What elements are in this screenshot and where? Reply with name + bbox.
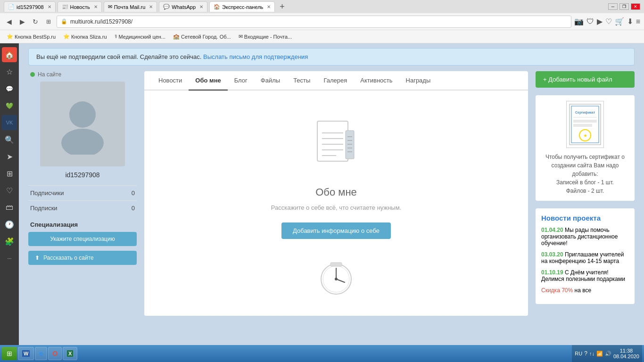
tab-news[interactable]: Новости (152, 71, 189, 90)
clock-time: 11:38 (613, 348, 639, 354)
profile-tabs: Новости Обо мне Блог Файлы Тесты Галерея… (144, 71, 528, 90)
subscriptions-label: Подписки (30, 205, 58, 212)
cert-main-text: Чтобы получить сертификат о создании сай… (545, 154, 625, 177)
tab-favicon: 🏠 (214, 4, 220, 10)
clock-illustration (308, 253, 364, 297)
tab-express[interactable]: 🏠 Экспресс-панель ✕ (209, 1, 275, 12)
notification-text: Вы ещё не подтвердили свой email. Сделай… (36, 53, 201, 60)
download-icon[interactable]: ⬇ (627, 17, 633, 26)
tab-files[interactable]: Файлы (254, 71, 287, 90)
tabs-container: 📄 id15297908 ✕ 📰 Новость ✕ ✉ Почта Mail.… (4, 1, 285, 12)
bm-label: Кнопка BestSp.ru (15, 34, 56, 40)
heart-icon[interactable]: ♡ (605, 17, 612, 26)
specialization-btn[interactable]: Укажите специализацию (28, 232, 137, 246)
bookmarks-bar: ⭐ Кнопка BestSp.ru ⭐ Кнопка Sliza.ru ⚕ М… (0, 30, 644, 43)
svg-point-18 (335, 278, 338, 280)
taskbar: ⊞ W e O X RU ? ↑↓ 📶 🔊 11:38 08.04.2020 (0, 345, 644, 362)
shield-icon[interactable]: 🛡 (586, 17, 594, 26)
sidebar-whatsapp[interactable]: 💚 (2, 98, 17, 113)
certificate-preview: Сертификат ★ (566, 101, 604, 148)
sidebar-more[interactable]: ··· (2, 251, 17, 266)
tab-tests[interactable]: Тесты (287, 71, 317, 90)
start-button[interactable]: ⊞ (2, 347, 17, 360)
sidebar-vk[interactable]: VK (2, 115, 17, 130)
bm-label: Входящие - Почта... (244, 34, 292, 40)
online-indicator (30, 72, 35, 77)
bookmark-mail[interactable]: ✉ Входящие - Почта... (236, 33, 295, 41)
news-item-promo: Скидка 70% на все (541, 287, 629, 294)
cert-item2: Файлов - 2 шт. (566, 188, 604, 194)
tab-close-btn[interactable]: ✕ (48, 4, 51, 9)
sidebar-clock[interactable]: 🕐 (2, 217, 17, 232)
excel-icon: X (67, 350, 73, 357)
restore-btn[interactable]: ❐ (619, 3, 629, 10)
tab-about[interactable]: Обо мне (189, 71, 227, 90)
sidebar-messenger[interactable]: 💬 (2, 81, 17, 96)
tab-awards[interactable]: Награды (399, 71, 438, 90)
add-file-btn[interactable]: + Добавить новый файл (536, 71, 635, 88)
tab-news[interactable]: 📰 Новость ✕ (58, 1, 102, 12)
sidebar-star[interactable]: ☆ (2, 64, 17, 79)
cart-icon[interactable]: 🛒 (615, 17, 624, 26)
camera-icon[interactable]: 📷 (574, 17, 584, 26)
tab-close-btn[interactable]: ✕ (199, 4, 203, 9)
confirm-email-link[interactable]: Выслать письмо для подтверждения (203, 53, 308, 60)
sidebar-extensions[interactable]: 🧩 (2, 234, 17, 249)
avatar-image (54, 93, 111, 155)
ie-icon: e (39, 350, 43, 357)
bm-icon: ⭐ (63, 33, 70, 40)
bookmark-bestsp[interactable]: ⭐ Кнопка BestSp.ru (4, 33, 58, 41)
news-section-title: Новости проекта (541, 214, 629, 222)
url-text: multiurok.ru/id15297908/ (70, 18, 132, 25)
tab-title: WhatsApp (172, 4, 196, 10)
svg-point-1 (61, 129, 104, 155)
tab-id15297908[interactable]: 📄 id15297908 ✕ (4, 1, 56, 12)
promo-text: Скидка 70% (541, 287, 573, 294)
new-tab-btn[interactable]: + (280, 2, 285, 12)
tab-mail[interactable]: ✉ Почта Mail.ru ✕ (104, 1, 157, 12)
taskbar-ie[interactable]: e (35, 347, 47, 360)
forward-btn[interactable]: ▶ (17, 16, 27, 27)
bm-icon: 🏫 (173, 33, 180, 40)
sidebar-favorites[interactable]: ♡ (2, 183, 17, 198)
bm-label: Кнопка Sliza.ru (71, 34, 107, 40)
tab-close-btn[interactable]: ✕ (149, 4, 153, 9)
bm-icon: ✉ (239, 33, 243, 40)
sidebar-home[interactable]: 🏠 (2, 47, 17, 62)
about-section: Обо мне Расскажите о себе всё, что счита… (144, 90, 528, 316)
taskbar-excel[interactable]: X (63, 347, 77, 360)
tab-whatsapp[interactable]: 💬 WhatsApp ✕ (159, 1, 207, 12)
address-bar[interactable]: 🔒 multiurok.ru/id15297908/ (57, 16, 571, 28)
taskbar-word[interactable]: W (18, 347, 34, 360)
minimize-btn[interactable]: ─ (608, 3, 618, 10)
sidebar-history[interactable]: 🗃 (2, 200, 17, 215)
tab-close-btn[interactable]: ✕ (94, 4, 98, 9)
sys-icon2: 📶 (596, 351, 603, 357)
tab-activity[interactable]: Активность (354, 71, 399, 90)
tab-gallery[interactable]: Галерея (317, 71, 354, 90)
taskbar-opera[interactable]: O (48, 347, 62, 360)
share-icon: ⬆ (35, 255, 40, 261)
reload-btn[interactable]: ↻ (30, 16, 41, 27)
close-btn[interactable]: ✕ (631, 3, 640, 10)
home-btn[interactable]: ⊞ (43, 16, 54, 27)
back-btn[interactable]: ◀ (4, 16, 14, 27)
tab-close-btn[interactable]: ✕ (267, 4, 271, 9)
share-btn[interactable]: ⬆ Рассказать о сайте (28, 251, 137, 265)
username: id15297908 (28, 171, 137, 179)
menu-icon[interactable]: ≡ (636, 17, 640, 26)
tab-blog[interactable]: Блог (228, 71, 254, 90)
bookmark-setevoy[interactable]: 🏫 Сетевой Город. Об... (170, 33, 234, 41)
add-info-btn[interactable]: Добавить информацию о себе (281, 222, 391, 239)
sidebar-search[interactable]: 🔍 (2, 132, 17, 147)
bookmark-sliza[interactable]: ⭐ Кнопка Sliza.ru (60, 33, 109, 41)
subscribers-label: Подписчики (30, 189, 64, 197)
bm-label: Медицинский цен... (119, 34, 165, 40)
play-icon[interactable]: ▶ (597, 17, 603, 26)
sidebar-send[interactable]: ➤ (2, 149, 17, 164)
sidebar-apps[interactable]: ⊞ (2, 166, 17, 181)
bookmark-medical[interactable]: ⚕ Медицинский цен... (112, 33, 168, 41)
subscriptions-count: 0 (132, 205, 135, 212)
status-text: На сайте (38, 71, 61, 78)
about-subtitle: Расскажите о себе всё, что считаете нужн… (271, 204, 401, 211)
